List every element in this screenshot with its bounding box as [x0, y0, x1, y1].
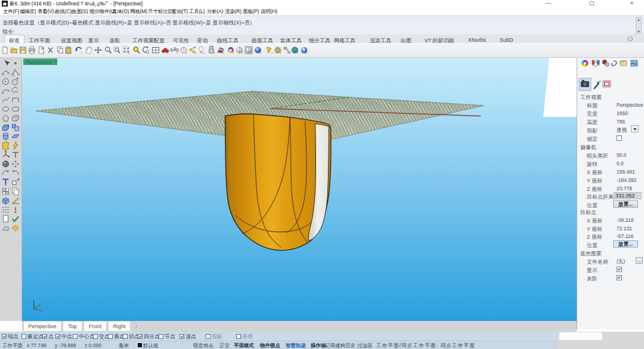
svg-text:Perspective: Perspective [26, 59, 52, 65]
svg-text:?: ? [303, 48, 306, 53]
